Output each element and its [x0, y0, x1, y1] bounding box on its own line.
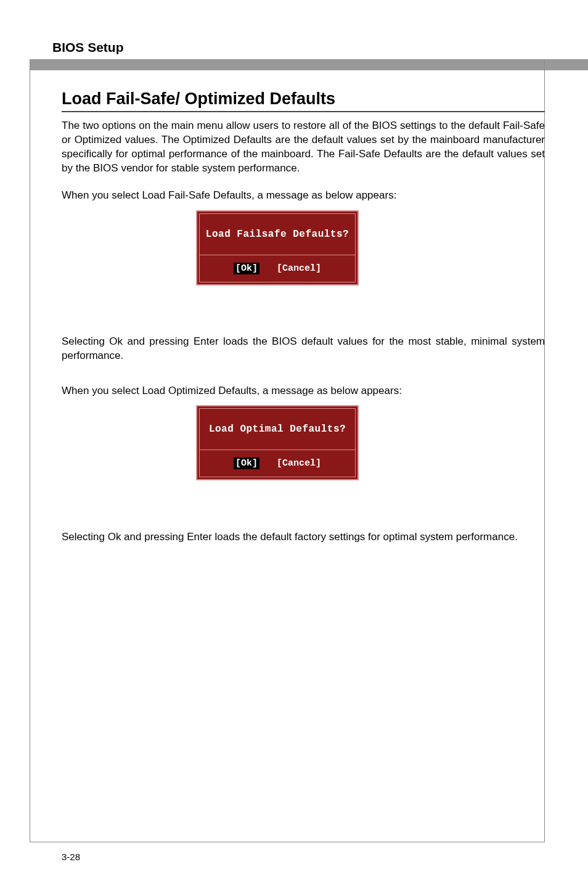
section-title: Load Fail-Safe/ Optimized Defaults	[62, 89, 545, 112]
paragraph-intro: The two options on the main menu allow u…	[62, 119, 545, 176]
page-number: 3-28	[62, 852, 80, 862]
dialog-optimal-question: Load Optimal Defaults?	[200, 409, 355, 450]
paragraph-failsafe-result: Selecting Ok and pressing Enter loads th…	[62, 335, 545, 363]
paragraph-optimized-prompt: When you select Load Optimized Defaults,…	[62, 384, 545, 398]
paragraph-optimized-result: Selecting Ok and pressing Enter loads th…	[62, 530, 545, 544]
cancel-button[interactable]: [Cancel]	[277, 458, 321, 469]
dialog-load-optimal: Load Optimal Defaults? [Ok][Cancel]	[196, 405, 359, 480]
ok-button[interactable]: [Ok]	[234, 458, 259, 469]
dialog-load-failsafe: Load Failsafe Defaults? [Ok][Cancel]	[196, 210, 359, 285]
ok-button[interactable]: [Ok]	[234, 263, 259, 274]
cancel-button[interactable]: [Cancel]	[277, 263, 321, 274]
paragraph-failsafe-prompt: When you select Load Fail-Safe Defaults,…	[62, 189, 545, 203]
dialog-optimal-buttons: [Ok][Cancel]	[200, 450, 355, 477]
dialog-failsafe-question: Load Failsafe Defaults?	[200, 214, 355, 255]
dialog-failsafe-buttons: [Ok][Cancel]	[200, 255, 355, 282]
page-header: BIOS Setup	[52, 40, 588, 59]
